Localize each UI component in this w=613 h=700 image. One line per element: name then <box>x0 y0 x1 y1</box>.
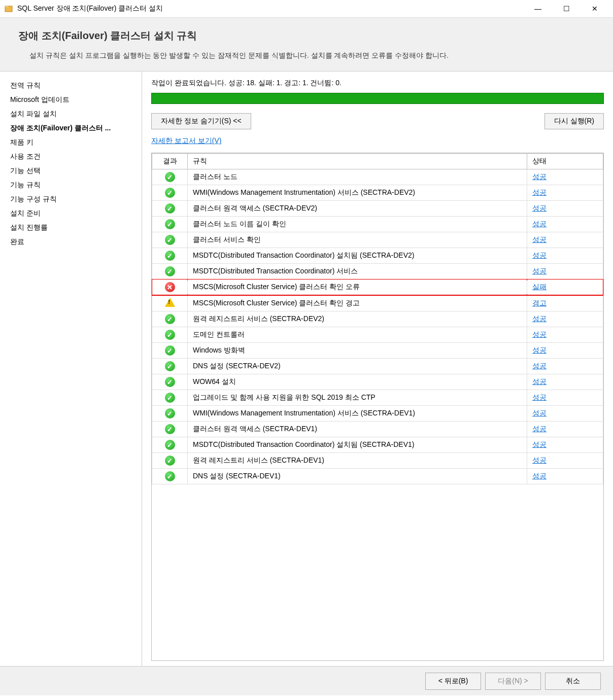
result-cell <box>152 295 188 311</box>
sidebar-item[interactable]: 설치 진행률 <box>0 221 142 235</box>
status-link[interactable]: 성공 <box>532 267 547 275</box>
status-link[interactable]: 성공 <box>532 330 547 338</box>
sidebar-item[interactable]: 제품 키 <box>0 135 142 150</box>
result-cell <box>152 343 188 359</box>
result-cell <box>152 232 188 248</box>
result-cell <box>152 185 188 201</box>
status-cell: 성공 <box>527 264 603 279</box>
status-link[interactable]: 성공 <box>532 362 547 370</box>
success-icon <box>165 314 175 324</box>
result-cell <box>152 374 188 390</box>
status-link[interactable]: 성공 <box>532 472 547 480</box>
success-icon <box>165 219 175 229</box>
result-cell <box>152 469 188 484</box>
result-cell <box>152 422 188 437</box>
success-icon <box>165 172 175 182</box>
status-cell: 성공 <box>527 469 603 484</box>
window-controls: — ☐ ✕ <box>524 0 609 18</box>
status-link[interactable]: 성공 <box>532 314 547 323</box>
close-button[interactable]: ✕ <box>581 0 609 18</box>
column-header-rule[interactable]: 규칙 <box>188 154 527 169</box>
success-icon <box>165 361 175 371</box>
success-icon <box>165 330 175 340</box>
sidebar-item[interactable]: 기능 구성 규칙 <box>0 192 142 206</box>
sidebar-item[interactable]: 설치 준비 <box>0 206 142 221</box>
sidebar-item[interactable]: 기능 규칙 <box>0 178 142 192</box>
status-link[interactable]: 성공 <box>532 204 547 212</box>
page-title: 장애 조치(Failover) 클러스터 설치 규칙 <box>18 29 595 43</box>
sidebar-item[interactable]: 기능 선택 <box>0 164 142 178</box>
status-link[interactable]: 성공 <box>532 456 547 464</box>
rule-cell: WMI(Windows Management Instrumentation) … <box>188 406 527 422</box>
table-row: 클러스터 서비스 확인성공 <box>152 232 603 248</box>
controls-row: 자세한 정보 숨기기(S) << 다시 실행(R) <box>151 113 604 129</box>
rerun-button[interactable]: 다시 실행(R) <box>544 113 604 129</box>
footer: < 뒤로(B) 다음(N) > 취소 <box>0 666 613 695</box>
sidebar-item[interactable]: 완료 <box>0 235 142 249</box>
status-link[interactable]: 성공 <box>532 172 547 181</box>
status-link[interactable]: 성공 <box>532 235 547 243</box>
table-row: 클러스터 원격 액세스 (SECTRA-DEV2)성공 <box>152 201 603 217</box>
main-panel: 작업이 완료되었습니다. 성공: 18. 실패: 1. 경고: 1. 건너뜀: … <box>142 72 613 666</box>
status-cell: 성공 <box>527 232 603 248</box>
rule-cell: 클러스터 노드 <box>188 169 527 185</box>
next-button[interactable]: 다음(N) > <box>485 673 541 690</box>
sidebar-item[interactable]: 전역 규칙 <box>0 79 142 93</box>
table-row: WMI(Windows Management Instrumentation) … <box>152 406 603 422</box>
table-row: DNS 설정 (SECTRA-DEV2)성공 <box>152 359 603 374</box>
status-link[interactable]: 성공 <box>532 188 547 196</box>
status-link[interactable]: 성공 <box>532 393 547 401</box>
rule-cell: 원격 레지스트리 서비스 (SECTRA-DEV1) <box>188 453 527 469</box>
rule-cell: 클러스터 노드 이름 길이 확인 <box>188 217 527 232</box>
view-report-link[interactable]: 자세한 보고서 보기(V) <box>151 136 604 146</box>
status-cell: 성공 <box>527 311 603 327</box>
sidebar-item[interactable]: 장애 조치(Failover) 클러스터 ... <box>0 121 142 135</box>
rule-cell: DNS 설정 (SECTRA-DEV1) <box>188 469 527 484</box>
app-icon <box>4 4 13 13</box>
result-cell <box>152 311 188 327</box>
rule-cell: MSDTC(Distributed Transaction Coordinato… <box>188 264 527 279</box>
status-link[interactable]: 성공 <box>532 409 547 417</box>
rule-cell: 클러스터 원격 액세스 (SECTRA-DEV1) <box>188 422 527 437</box>
sidebar-item[interactable]: 사용 조건 <box>0 150 142 164</box>
result-cell <box>152 279 188 295</box>
warning-icon <box>165 298 175 307</box>
status-link[interactable]: 경고 <box>532 299 547 307</box>
back-button[interactable]: < 뒤로(B) <box>425 673 481 690</box>
table-row: MSCS(Microsoft Cluster Service) 클러스터 확인 … <box>152 279 603 295</box>
rule-cell: WOW64 설치 <box>188 374 527 390</box>
status-link[interactable]: 성공 <box>532 425 547 433</box>
success-icon <box>165 377 175 387</box>
status-link[interactable]: 실패 <box>532 283 547 291</box>
status-link[interactable]: 성공 <box>532 220 547 228</box>
sidebar-item[interactable]: 설치 파일 설치 <box>0 107 142 121</box>
success-icon <box>165 266 175 276</box>
status-line: 작업이 완료되었습니다. 성공: 18. 실패: 1. 경고: 1. 건너뜀: … <box>151 79 604 88</box>
rule-cell: Windows 방화벽 <box>188 343 527 359</box>
status-cell: 성공 <box>527 359 603 374</box>
hide-details-button[interactable]: 자세한 정보 숨기기(S) << <box>151 113 251 129</box>
status-cell: 성공 <box>527 343 603 359</box>
rules-table: 결과 규칙 상태 클러스터 노드성공WMI(Windows Management… <box>152 153 603 484</box>
status-link[interactable]: 성공 <box>532 346 547 354</box>
table-row: 원격 레지스트리 서비스 (SECTRA-DEV1)성공 <box>152 453 603 469</box>
cancel-button[interactable]: 취소 <box>545 673 601 690</box>
result-cell <box>152 437 188 453</box>
status-cell: 성공 <box>527 437 603 453</box>
success-icon <box>165 471 175 481</box>
status-link[interactable]: 성공 <box>532 251 547 259</box>
success-icon <box>165 235 175 245</box>
status-link[interactable]: 성공 <box>532 377 547 386</box>
rule-cell: MSCS(Microsoft Cluster Service) 클러스터 확인 … <box>188 295 527 311</box>
minimize-button[interactable]: — <box>524 0 552 18</box>
sidebar-item[interactable]: Microsoft 업데이트 <box>0 93 142 107</box>
success-icon <box>165 424 175 434</box>
rule-cell: 클러스터 서비스 확인 <box>188 232 527 248</box>
maximize-button[interactable]: ☐ <box>552 0 581 18</box>
status-cell: 성공 <box>527 453 603 469</box>
table-row: 클러스터 노드 이름 길이 확인성공 <box>152 217 603 232</box>
column-header-result[interactable]: 결과 <box>152 154 188 169</box>
status-link[interactable]: 성공 <box>532 440 547 448</box>
column-header-status[interactable]: 상태 <box>527 154 603 169</box>
status-cell: 성공 <box>527 390 603 406</box>
